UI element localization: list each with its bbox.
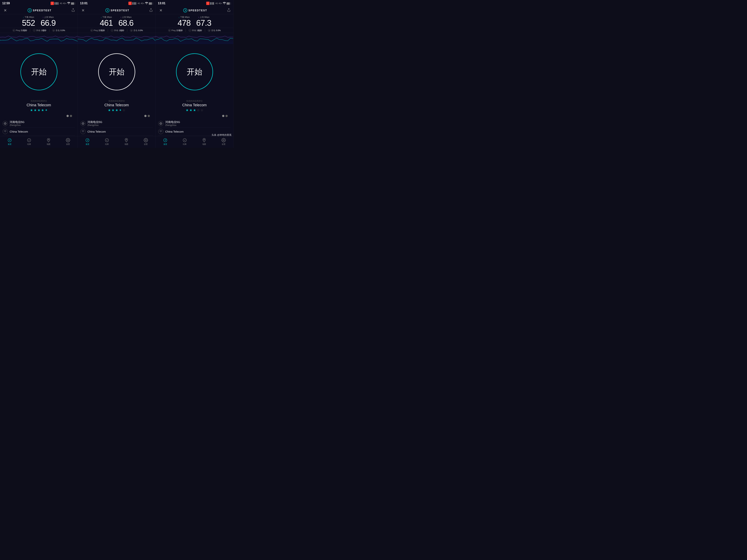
download-arrow-icon: ↓ (23, 16, 24, 18)
nav-item-results[interactable]: 结果 (20, 138, 39, 145)
network-4gplus-icon: 4G+ (141, 2, 144, 4)
nav-item-speed[interactable]: 速度 (0, 138, 20, 145)
nav-speed-label: 速度 (163, 143, 167, 145)
notification-icon: ! (206, 2, 209, 5)
ping-item: ⊙ Ping 21毫秒 (12, 29, 27, 32)
nav-item-map[interactable]: 地图 (39, 138, 58, 145)
star-filled: ★ (108, 108, 111, 112)
nav-settings-icon (144, 138, 148, 142)
nav-item-speed[interactable]: 速度 (156, 138, 175, 145)
scroll-dot-1 (67, 115, 69, 117)
download-arrow-icon: ↓ (101, 16, 102, 18)
nav-item-speed[interactable]: 速度 (78, 138, 97, 145)
nav-speed-icon (85, 138, 90, 142)
speedtest-panel-3: 13:01 ! ▌▌▌ 4G 4G+ ▓▓░ ✕ SPEEDTEST (156, 0, 233, 148)
svg-point-22 (204, 139, 205, 140)
loss-value: 0.0% (216, 29, 221, 31)
jitter-icon: ≈ (188, 29, 191, 32)
share-button[interactable] (71, 8, 75, 13)
isp-name: 河南电信5G (10, 121, 24, 124)
app-title: SPEEDTEST (183, 8, 207, 12)
server-section: 河南电信5G Zhengzhou China Telecom (0, 118, 78, 136)
status-bar: 12:59 ! ▌▌▌ 4G 4G+ ▓▓░ (0, 0, 78, 7)
start-button[interactable]: 开始 (176, 53, 213, 90)
provider-rating-label: 给您的供应商评分 (3, 100, 75, 102)
ping-item: ⊙ Ping 22毫秒 (168, 29, 183, 32)
download-label-text: 下载 Mbps (24, 16, 34, 19)
jitter-icon: ≈ (111, 29, 113, 32)
ping-value: 22毫秒 (99, 29, 105, 32)
upload-label-text: 上传 Mbps (44, 16, 54, 19)
download-label-text: 下载 Mbps (102, 16, 112, 19)
jitter-value: 1毫秒 (197, 29, 202, 32)
ping-label: Ping (16, 29, 20, 31)
app-title-text: SPEEDTEST (33, 9, 52, 12)
nav-item-settings[interactable]: 设置 (136, 138, 155, 145)
loss-icon: ◎ (208, 29, 210, 32)
loss-label: 丢包 (133, 29, 137, 32)
close-button[interactable]: ✕ (3, 8, 8, 13)
main-content: 开始 (156, 44, 233, 98)
nav-speed-icon (163, 138, 168, 142)
nav-map-icon (46, 138, 51, 142)
loss-icon: ◎ (52, 29, 55, 32)
start-button[interactable]: 开始 (20, 53, 57, 90)
close-button[interactable]: ✕ (80, 8, 85, 13)
nav-speed-label: 速度 (8, 143, 11, 145)
nav-item-settings[interactable]: 设置 (214, 138, 233, 145)
nav-settings-label: 设置 (144, 143, 148, 145)
ping-value: 21毫秒 (21, 29, 27, 32)
svg-point-6 (48, 139, 49, 140)
isp-location: Zhengzhou (87, 124, 102, 127)
provider-rating-label: 给您的供应商评分 (80, 100, 153, 102)
speed-stats: ↓ 下载 Mbps 461 ↑ 上传 Mbps 68.6 (78, 14, 155, 28)
start-button-container: 开始 (98, 53, 135, 90)
start-button-label: 开始 (31, 67, 47, 77)
star-empty: ☆ (123, 108, 125, 112)
loss-value: 0.0% (138, 29, 143, 31)
upload-label: ↑ 上传 Mbps (41, 16, 56, 19)
speedtest-panel-2: 13:01 ! ▌▌▌ 4G 4G+ ▓▓░ ✕ SPEEDTEST (78, 0, 156, 148)
star-rating[interactable]: ★★★★✦ (3, 108, 75, 112)
ping-label: Ping (94, 29, 98, 31)
jitter-label: 抖动 (192, 29, 196, 32)
nav-item-results[interactable]: 结果 (97, 138, 117, 145)
nav-item-settings[interactable]: 设置 (58, 138, 78, 145)
download-label-text: 下载 Mbps (180, 16, 190, 19)
share-button[interactable] (149, 8, 153, 13)
share-button[interactable] (227, 8, 231, 13)
nav-results-label: 结果 (27, 143, 31, 145)
provider-name: China Telecom (158, 103, 231, 107)
jitter-item: ≈ 抖动 1毫秒 (188, 29, 202, 32)
speedtest-logo-icon (183, 8, 187, 12)
scroll-dot-1 (144, 115, 147, 117)
loss-value: 0.0% (60, 29, 65, 31)
close-button[interactable]: ✕ (158, 8, 163, 13)
start-button[interactable]: 开始 (98, 53, 135, 90)
upload-stat: ↑ 上传 Mbps 66.9 (41, 16, 56, 27)
upload-label: ↑ 上传 Mbps (119, 16, 134, 19)
app-title-text: SPEEDTEST (111, 9, 129, 12)
nav-item-results[interactable]: 结果 (175, 138, 195, 145)
svg-point-7 (68, 140, 69, 141)
bottom-nav: 速度 结果 地图 设置 (78, 136, 155, 148)
network-4gplus-icon: 4G+ (63, 2, 67, 4)
nav-item-map[interactable]: 地图 (117, 138, 136, 145)
star-rating[interactable]: ★★★✦☆ (80, 108, 153, 112)
upload-value: 67.3 (196, 19, 211, 27)
svg-point-12 (87, 140, 88, 140)
nav-results-icon (27, 138, 31, 142)
download-label: ↓ 下载 Mbps (178, 16, 190, 19)
notification-icon: ! (51, 2, 54, 5)
nav-item-map[interactable]: 地图 (195, 138, 214, 145)
star-rating[interactable]: ★★★☆☆ (158, 108, 231, 112)
nav-speed-icon (7, 138, 12, 142)
download-stat: ↓ 下载 Mbps 461 (100, 16, 113, 27)
speed-graph (0, 33, 78, 44)
signal-icon: ▌▌▌ (132, 2, 137, 4)
speed-stats: ↓ 下载 Mbps 478 ↑ 上传 Mbps 67.3 (156, 14, 233, 28)
app-title-text: SPEEDTEST (188, 9, 207, 12)
battery-icon: ▓▓░ (149, 2, 153, 4)
isp-name: 河南电信5G (87, 121, 102, 124)
wifi-name: China Telecom (87, 130, 106, 133)
